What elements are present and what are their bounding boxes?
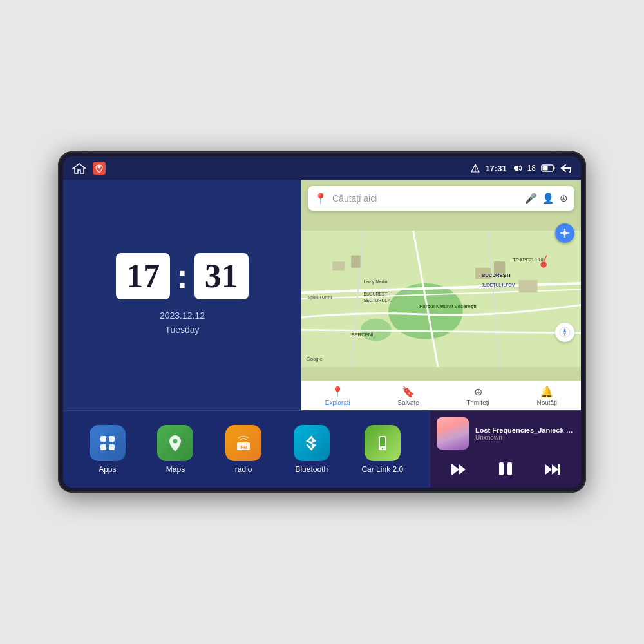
- signal-strength: 18: [527, 164, 536, 173]
- music-artist: Unknown: [475, 434, 574, 441]
- maps-icon-bg: [157, 425, 193, 461]
- news-label: Noutăți: [536, 399, 557, 406]
- map-panel[interactable]: 📍 Căutați aici 🎤 👤 ⊛: [301, 180, 581, 410]
- music-prev-button[interactable]: [446, 460, 472, 483]
- svg-marker-57: [552, 464, 558, 475]
- svg-text:BUCUREȘTI: BUCUREȘTI: [363, 292, 388, 297]
- status-bar: 17:31 18: [63, 156, 581, 180]
- map-nav-send[interactable]: ⊕ Trimiteți: [467, 386, 489, 406]
- account-icon[interactable]: 👤: [542, 193, 554, 204]
- clock-display: 17 : 31: [116, 253, 248, 299]
- svg-rect-7: [543, 166, 548, 171]
- map-nav-explore[interactable]: 📍 Explorați: [325, 386, 350, 406]
- app-icon-bluetooth[interactable]: Bluetooth: [294, 425, 330, 474]
- map-nav-saved[interactable]: 🔖 Salvate: [397, 386, 419, 406]
- music-album-image: [437, 417, 469, 450]
- radio-icon-bg: FM: [225, 425, 261, 461]
- volume-icon[interactable]: [512, 164, 522, 173]
- music-controls: [437, 455, 574, 488]
- time-display: 17:31: [485, 164, 506, 173]
- maps-nav-icon[interactable]: [93, 162, 106, 175]
- music-details: Lost Frequencies_Janieck Devy-... Unknow…: [475, 426, 574, 441]
- home-icon[interactable]: [72, 162, 86, 174]
- send-label: Trimiteți: [467, 399, 489, 406]
- app-icon-apps[interactable]: Apps: [90, 425, 126, 474]
- radio-label: radio: [235, 465, 252, 474]
- send-icon: ⊕: [474, 386, 482, 398]
- signal-triangle-icon: [471, 164, 480, 173]
- svg-rect-41: [100, 436, 106, 442]
- apps-grid-icon: [98, 433, 117, 453]
- clock-date: 2023.12.12 Tuesday: [160, 308, 205, 337]
- screen: 17:31 18: [63, 156, 581, 488]
- svg-point-50: [382, 447, 383, 448]
- svg-point-1: [98, 166, 101, 169]
- svg-text:FM: FM: [241, 445, 247, 450]
- carlink-label: Car Link 2.0: [361, 465, 403, 474]
- map-search-bar[interactable]: 📍 Căutați aici 🎤 👤 ⊛: [308, 186, 574, 211]
- svg-rect-42: [109, 436, 115, 442]
- map-bottom-nav: 📍 Explorați 🔖 Salvate ⊕ Trimiteți 🔔: [301, 381, 581, 410]
- app-icon-carlink[interactable]: Car Link 2.0: [361, 425, 403, 474]
- svg-text:JUDEȚUL ILFOV: JUDEȚUL ILFOV: [482, 283, 515, 288]
- svg-text:Parcul Natural Văcărești: Parcul Natural Văcărești: [419, 303, 477, 309]
- svg-point-36: [563, 231, 567, 235]
- news-icon: 🔔: [540, 386, 553, 398]
- svg-rect-54: [499, 462, 504, 475]
- apps-icon-bg: [90, 425, 126, 461]
- svg-text:Splaiul Unirii: Splaiul Unirii: [308, 295, 332, 300]
- carlink-icon-bg: [365, 425, 401, 461]
- svg-marker-4: [514, 166, 518, 171]
- svg-text:BERCENI: BERCENI: [351, 332, 373, 337]
- clock-minutes: 31: [194, 253, 249, 299]
- day-value: Tuesday: [160, 323, 205, 337]
- bluetooth-symbol-icon: [302, 433, 321, 453]
- svg-rect-44: [109, 444, 115, 450]
- clock-panel: 17 : 31 2023.12.12 Tuesday: [63, 180, 301, 410]
- svg-text:BUCUREȘTI: BUCUREȘTI: [482, 272, 511, 278]
- date-value: 2023.12.12: [160, 308, 205, 323]
- bluetooth-label: Bluetooth: [295, 465, 328, 474]
- music-next-button[interactable]: [539, 460, 565, 483]
- svg-point-45: [173, 439, 178, 443]
- saved-label: Salvate: [397, 399, 419, 406]
- svg-rect-53: [451, 464, 453, 475]
- explore-label: Explorați: [325, 399, 350, 406]
- svg-rect-6: [554, 167, 555, 170]
- saved-icon: 🔖: [402, 386, 415, 398]
- map-container: Parcul Natural Văcărești Leroy Merlin BU…: [301, 217, 581, 381]
- clock-hours: 17: [116, 253, 170, 299]
- map-search-text[interactable]: Căutați aici: [332, 193, 377, 204]
- status-left-icons: [72, 162, 106, 175]
- clock-colon: :: [176, 260, 187, 293]
- svg-marker-52: [459, 464, 466, 475]
- back-icon[interactable]: [560, 164, 572, 173]
- top-row: 17 : 31 2023.12.12 Tuesday 📍 Căutați aic…: [63, 180, 581, 410]
- radio-wave-icon: FM: [234, 433, 253, 453]
- svg-text:Google: Google: [307, 356, 323, 362]
- bottom-row: Apps Maps: [63, 410, 581, 488]
- svg-rect-17: [332, 261, 345, 270]
- bluetooth-icon-bg: [294, 425, 330, 461]
- music-album-art: [437, 417, 469, 450]
- status-right: 17:31 18: [471, 164, 572, 173]
- svg-marker-56: [545, 464, 552, 475]
- location-button[interactable]: [555, 223, 574, 243]
- apps-panel: Apps Maps: [63, 411, 430, 488]
- music-play-pause-button[interactable]: [492, 459, 519, 484]
- svg-text:Leroy Merlin: Leroy Merlin: [363, 279, 387, 285]
- mic-icon[interactable]: 🎤: [525, 193, 537, 204]
- music-panel: Lost Frequencies_Janieck Devy-... Unknow…: [430, 411, 581, 488]
- layers-icon[interactable]: ⊛: [560, 193, 568, 204]
- map-nav-news[interactable]: 🔔 Noutăți: [536, 386, 557, 406]
- maps-pin-icon: [166, 433, 185, 453]
- app-icon-maps[interactable]: Maps: [157, 425, 193, 474]
- svg-rect-58: [558, 464, 560, 475]
- compass-button[interactable]: [555, 323, 574, 342]
- svg-rect-43: [100, 444, 106, 450]
- svg-text:TRAPEZULUI: TRAPEZULUI: [513, 257, 544, 263]
- explore-icon: 📍: [331, 386, 344, 398]
- music-title: Lost Frequencies_Janieck Devy-...: [475, 426, 574, 434]
- svg-text:SECTORUL 4: SECTORUL 4: [363, 298, 390, 303]
- app-icon-radio[interactable]: FM radio: [225, 425, 261, 474]
